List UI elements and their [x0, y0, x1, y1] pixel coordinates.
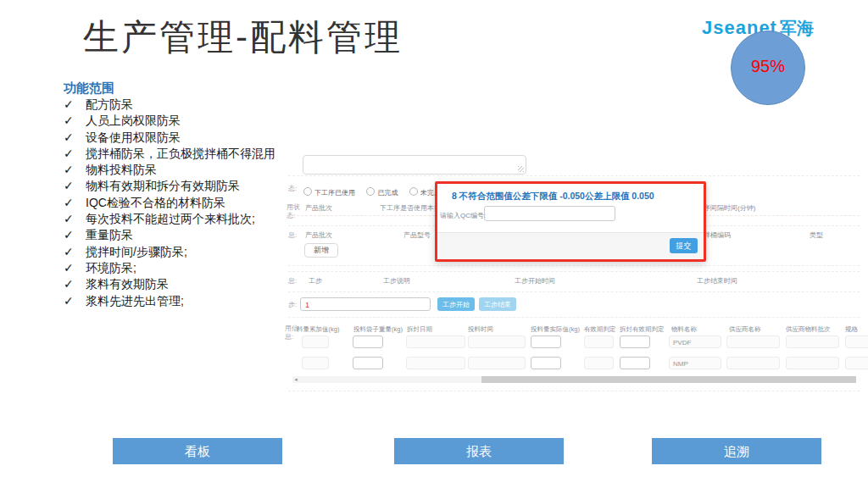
material-input[interactable]	[353, 357, 383, 369]
list-item: ✓每次投料不能超过两个来料批次;	[64, 211, 318, 227]
divider	[288, 317, 860, 318]
radio-option[interactable]: 已完成	[366, 189, 398, 197]
progress-badge: 95%	[731, 30, 805, 105]
material-label2: 息:	[285, 332, 293, 341]
scroll-left-icon[interactable]: ◄	[293, 376, 298, 383]
list-item: ✓浆料有效期防呆	[64, 276, 318, 292]
column-header: 工步	[309, 276, 322, 286]
list-item: ✓搅拌时间/步骤防呆;	[64, 244, 318, 260]
material-input[interactable]	[302, 336, 329, 348]
column-header: 有效期判定	[584, 325, 616, 334]
check-icon: ✓	[64, 244, 86, 260]
material-input[interactable]	[406, 336, 465, 348]
submit-button[interactable]: 提交	[670, 238, 698, 253]
material-input[interactable]	[353, 336, 383, 348]
material-input[interactable]	[584, 336, 614, 348]
column-header: 投料量实际值(kg)	[531, 325, 580, 334]
material-input[interactable]	[531, 357, 561, 369]
progress-badge-value: 95%	[732, 57, 804, 76]
material-input[interactable]	[468, 336, 526, 348]
check-icon: ✓	[64, 260, 86, 276]
column-header: 产品批次	[305, 203, 332, 213]
list-item: ✓配方防呆	[64, 97, 318, 113]
material-input[interactable]	[786, 336, 839, 348]
material-input[interactable]	[786, 357, 839, 369]
radio-icon[interactable]	[366, 187, 375, 196]
step-start-button[interactable]: 工步开始	[437, 297, 475, 311]
step-input[interactable]: 1	[300, 297, 431, 311]
check-icon: ✓	[64, 113, 86, 129]
material-input[interactable]	[302, 357, 329, 369]
divider	[288, 291, 860, 292]
list-item: ✓物料投料防呆	[64, 162, 318, 178]
material-input[interactable]	[726, 336, 780, 348]
report-button[interactable]: 报表	[394, 438, 564, 464]
material-input[interactable]	[845, 357, 868, 369]
material-input[interactable]	[620, 357, 650, 369]
column-header: 投料袋子重量(kg)	[353, 325, 403, 334]
list-item: ✓重量防呆	[64, 227, 318, 243]
kanban-button[interactable]: 看板	[113, 438, 282, 464]
material-name-field: PVDF	[669, 336, 721, 348]
column-header: 拆封日期	[407, 325, 432, 334]
check-icon: ✓	[64, 97, 86, 113]
features-list: ✓配方防呆 ✓人员上岗权限防呆 ✓设备使用权限防呆 ✓搅拌桶防呆，正负极搅拌桶不…	[64, 97, 318, 309]
qc-alert-dialog: 8 不符合范围值公差下限值 -0.050公差上限值 0.050 请输入QC编号:…	[435, 181, 706, 262]
column-header: 类型	[810, 230, 823, 240]
column-header: 投料时间	[468, 325, 493, 334]
list-item: ✓IQC检验不合格的材料防呆	[64, 195, 318, 211]
page-title: 生产管理-配料管理	[83, 14, 403, 61]
qc-alert-message: 8 不符合范围值公差下限值 -0.050公差上限值 0.050	[452, 191, 654, 202]
divider	[288, 175, 860, 176]
column-header: 产品型号	[403, 230, 431, 240]
radio-icon[interactable]	[409, 187, 418, 196]
dialog-footer: 提交	[437, 232, 704, 259]
column-header: 产品批次	[305, 230, 332, 240]
column-header: 工步开始时间	[515, 276, 555, 286]
features-heading: 功能范围	[64, 80, 114, 97]
column-header: 料量累加值(kg)	[297, 325, 339, 334]
check-icon: ✓	[64, 162, 86, 178]
step-table-label: 息:	[288, 276, 297, 286]
radio-option[interactable]: 下工序已使用	[303, 189, 355, 197]
resize-handle-icon[interactable]	[518, 166, 524, 172]
trace-button[interactable]: 追溯	[652, 438, 821, 464]
step-label: 步:	[288, 300, 297, 309]
scrollbar-thumb[interactable]	[481, 376, 856, 383]
check-icon: ✓	[64, 211, 86, 227]
list-item: ✓设备使用权限防呆	[64, 130, 318, 146]
qc-input-label: 请输入QC编号:	[440, 211, 486, 220]
material-input[interactable]	[468, 357, 526, 369]
list-item: ✓环境防呆;	[64, 260, 318, 276]
material-input[interactable]	[406, 357, 465, 369]
step-end-button[interactable]: 工步结束	[479, 297, 516, 311]
material-input[interactable]	[845, 336, 868, 348]
status-label: 态:	[288, 184, 297, 193]
radio-icon[interactable]	[303, 187, 312, 196]
list-item: ✓物料有效期和拆分有效期防呆	[64, 178, 318, 194]
presentation-slide: 生产管理-配料管理 Jseanet军海 95% 功能范围 ✓配方防呆 ✓人员上岗…	[0, 0, 868, 488]
check-icon: ✓	[64, 178, 86, 194]
material-name-field: NMP	[669, 357, 721, 369]
list-item: ✓搅拌桶防呆，正负极搅拌桶不得混用	[64, 146, 318, 162]
divider	[288, 265, 860, 266]
column-header: 工步结束时间	[697, 276, 737, 286]
column-header: 拆封有效期判定	[620, 325, 665, 334]
check-icon: ✓	[64, 227, 86, 243]
check-icon: ✓	[64, 146, 86, 162]
material-input[interactable]	[531, 336, 561, 348]
column-header: 物料名称	[671, 325, 697, 334]
remark-textarea[interactable]	[303, 155, 526, 175]
column-header: 拌桶编码	[704, 230, 731, 240]
column-header: 规格	[845, 325, 858, 334]
add-button[interactable]: 新增	[304, 243, 338, 258]
qc-number-input[interactable]	[484, 206, 615, 221]
check-icon: ✓	[64, 130, 86, 146]
material-input[interactable]	[584, 357, 614, 369]
material-input[interactable]	[726, 357, 780, 369]
product-label: 息:	[288, 230, 297, 240]
column-header: 供应商名称	[729, 325, 761, 334]
check-icon: ✓	[64, 276, 86, 292]
material-input[interactable]	[620, 336, 650, 348]
list-item: ✓人员上岗权限防呆	[64, 113, 318, 129]
